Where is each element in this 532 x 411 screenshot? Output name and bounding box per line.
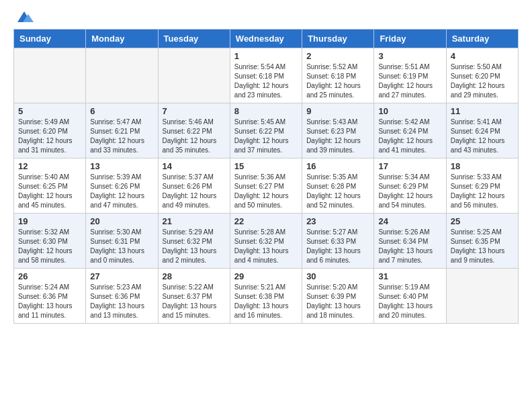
calendar-week-row: 26Sunrise: 5:24 AM Sunset: 6:36 PM Dayli…: [14, 269, 519, 324]
calendar-cell: 19Sunrise: 5:32 AM Sunset: 6:30 PM Dayli…: [14, 214, 86, 269]
day-number: 12: [18, 161, 81, 171]
day-number: 8: [234, 106, 298, 116]
day-number: 21: [163, 216, 226, 226]
day-info: Sunrise: 5:32 AM Sunset: 6:30 PM Dayligh…: [18, 228, 81, 265]
calendar-cell: 3Sunrise: 5:51 AM Sunset: 6:19 PM Daylig…: [374, 48, 446, 103]
calendar-cell: 16Sunrise: 5:35 AM Sunset: 6:28 PM Dayli…: [302, 158, 374, 214]
day-number: 3: [378, 51, 441, 61]
calendar-week-row: 5Sunrise: 5:49 AM Sunset: 6:20 PM Daylig…: [14, 103, 519, 158]
calendar-header-row: SundayMondayTuesdayWednesdayThursdayFrid…: [14, 30, 519, 48]
calendar-cell: [14, 48, 86, 103]
day-info: Sunrise: 5:39 AM Sunset: 6:26 PM Dayligh…: [90, 173, 153, 210]
calendar-cell: 30Sunrise: 5:20 AM Sunset: 6:39 PM Dayli…: [302, 269, 374, 324]
day-number: 27: [90, 271, 153, 281]
day-info: Sunrise: 5:45 AM Sunset: 6:22 PM Dayligh…: [234, 118, 298, 155]
calendar-cell: 5Sunrise: 5:49 AM Sunset: 6:20 PM Daylig…: [14, 103, 86, 158]
calendar-cell: [158, 48, 230, 103]
logo-icon: [15, 10, 34, 24]
calendar-cell: 14Sunrise: 5:37 AM Sunset: 6:26 PM Dayli…: [158, 158, 230, 214]
page-header: [13, 10, 519, 24]
calendar-cell: 8Sunrise: 5:45 AM Sunset: 6:22 PM Daylig…: [230, 103, 302, 158]
calendar-cell: 27Sunrise: 5:23 AM Sunset: 6:36 PM Dayli…: [86, 269, 158, 324]
day-number: 13: [90, 161, 153, 171]
calendar-cell: 29Sunrise: 5:21 AM Sunset: 6:38 PM Dayli…: [230, 269, 302, 324]
day-info: Sunrise: 5:52 AM Sunset: 6:18 PM Dayligh…: [306, 62, 369, 100]
day-number: 5: [18, 106, 81, 116]
calendar-week-row: 19Sunrise: 5:32 AM Sunset: 6:30 PM Dayli…: [14, 214, 519, 269]
logo: [13, 10, 34, 24]
day-number: 17: [378, 161, 441, 171]
day-info: Sunrise: 5:25 AM Sunset: 6:35 PM Dayligh…: [451, 228, 514, 265]
calendar-week-row: 1Sunrise: 5:54 AM Sunset: 6:18 PM Daylig…: [14, 48, 519, 103]
day-info: Sunrise: 5:20 AM Sunset: 6:39 PM Dayligh…: [306, 283, 369, 320]
day-number: 29: [234, 271, 298, 281]
calendar-cell: 4Sunrise: 5:50 AM Sunset: 6:20 PM Daylig…: [446, 48, 518, 103]
day-info: Sunrise: 5:43 AM Sunset: 6:23 PM Dayligh…: [306, 118, 369, 155]
day-info: Sunrise: 5:23 AM Sunset: 6:36 PM Dayligh…: [90, 283, 153, 320]
calendar-cell: 15Sunrise: 5:36 AM Sunset: 6:27 PM Dayli…: [230, 158, 302, 214]
calendar-cell: [86, 48, 158, 103]
day-number: 7: [163, 106, 226, 116]
calendar-cell: [446, 269, 518, 324]
day-number: 22: [234, 216, 298, 226]
day-number: 25: [451, 216, 514, 226]
day-number: 26: [18, 271, 81, 281]
weekday-header: Sunday: [14, 30, 86, 48]
day-number: 4: [451, 51, 514, 61]
day-info: Sunrise: 5:27 AM Sunset: 6:33 PM Dayligh…: [306, 228, 369, 265]
day-info: Sunrise: 5:26 AM Sunset: 6:34 PM Dayligh…: [378, 228, 441, 265]
day-info: Sunrise: 5:41 AM Sunset: 6:24 PM Dayligh…: [451, 118, 514, 155]
day-info: Sunrise: 5:34 AM Sunset: 6:29 PM Dayligh…: [378, 173, 441, 210]
calendar-cell: 13Sunrise: 5:39 AM Sunset: 6:26 PM Dayli…: [86, 158, 158, 214]
page-container: SundayMondayTuesdayWednesdayThursdayFrid…: [0, 0, 532, 334]
logo-text: [13, 10, 34, 24]
calendar-cell: 10Sunrise: 5:42 AM Sunset: 6:24 PM Dayli…: [374, 103, 446, 158]
day-number: 31: [378, 271, 441, 281]
calendar-cell: 21Sunrise: 5:29 AM Sunset: 6:32 PM Dayli…: [158, 214, 230, 269]
calendar-cell: 6Sunrise: 5:47 AM Sunset: 6:21 PM Daylig…: [86, 103, 158, 158]
calendar-cell: 7Sunrise: 5:46 AM Sunset: 6:22 PM Daylig…: [158, 103, 230, 158]
day-number: 23: [306, 216, 369, 226]
day-info: Sunrise: 5:51 AM Sunset: 6:19 PM Dayligh…: [378, 62, 441, 100]
day-number: 20: [90, 216, 153, 226]
day-info: Sunrise: 5:35 AM Sunset: 6:28 PM Dayligh…: [306, 173, 369, 210]
calendar-cell: 26Sunrise: 5:24 AM Sunset: 6:36 PM Dayli…: [14, 269, 86, 324]
day-info: Sunrise: 5:36 AM Sunset: 6:27 PM Dayligh…: [234, 173, 298, 210]
weekday-header: Friday: [374, 30, 446, 48]
day-info: Sunrise: 5:46 AM Sunset: 6:22 PM Dayligh…: [163, 118, 226, 155]
day-info: Sunrise: 5:30 AM Sunset: 6:31 PM Dayligh…: [90, 228, 153, 265]
day-info: Sunrise: 5:28 AM Sunset: 6:32 PM Dayligh…: [234, 228, 298, 265]
day-info: Sunrise: 5:50 AM Sunset: 6:20 PM Dayligh…: [451, 62, 514, 100]
calendar-week-row: 12Sunrise: 5:40 AM Sunset: 6:25 PM Dayli…: [14, 158, 519, 214]
calendar-cell: 17Sunrise: 5:34 AM Sunset: 6:29 PM Dayli…: [374, 158, 446, 214]
weekday-header: Tuesday: [158, 30, 230, 48]
day-info: Sunrise: 5:47 AM Sunset: 6:21 PM Dayligh…: [90, 118, 153, 155]
calendar-cell: 12Sunrise: 5:40 AM Sunset: 6:25 PM Dayli…: [14, 158, 86, 214]
day-number: 10: [378, 106, 441, 116]
weekday-header: Thursday: [302, 30, 374, 48]
calendar-cell: 20Sunrise: 5:30 AM Sunset: 6:31 PM Dayli…: [86, 214, 158, 269]
calendar-cell: 18Sunrise: 5:33 AM Sunset: 6:29 PM Dayli…: [446, 158, 518, 214]
weekday-header: Wednesday: [230, 30, 302, 48]
day-info: Sunrise: 5:29 AM Sunset: 6:32 PM Dayligh…: [163, 228, 226, 265]
day-info: Sunrise: 5:21 AM Sunset: 6:38 PM Dayligh…: [234, 283, 298, 320]
calendar-cell: 24Sunrise: 5:26 AM Sunset: 6:34 PM Dayli…: [374, 214, 446, 269]
day-info: Sunrise: 5:19 AM Sunset: 6:40 PM Dayligh…: [378, 283, 441, 320]
day-number: 9: [306, 106, 369, 116]
day-info: Sunrise: 5:33 AM Sunset: 6:29 PM Dayligh…: [451, 173, 514, 210]
day-number: 15: [234, 161, 298, 171]
calendar-cell: 2Sunrise: 5:52 AM Sunset: 6:18 PM Daylig…: [302, 48, 374, 103]
calendar-cell: 9Sunrise: 5:43 AM Sunset: 6:23 PM Daylig…: [302, 103, 374, 158]
day-number: 1: [234, 51, 298, 61]
day-number: 24: [378, 216, 441, 226]
calendar-cell: 1Sunrise: 5:54 AM Sunset: 6:18 PM Daylig…: [230, 48, 302, 103]
day-number: 14: [163, 161, 226, 171]
day-number: 6: [90, 106, 153, 116]
day-info: Sunrise: 5:24 AM Sunset: 6:36 PM Dayligh…: [18, 283, 81, 320]
calendar-cell: 28Sunrise: 5:22 AM Sunset: 6:37 PM Dayli…: [158, 269, 230, 324]
day-number: 16: [306, 161, 369, 171]
day-info: Sunrise: 5:42 AM Sunset: 6:24 PM Dayligh…: [378, 118, 441, 155]
day-info: Sunrise: 5:37 AM Sunset: 6:26 PM Dayligh…: [163, 173, 226, 210]
calendar-cell: 31Sunrise: 5:19 AM Sunset: 6:40 PM Dayli…: [374, 269, 446, 324]
day-number: 11: [451, 106, 514, 116]
